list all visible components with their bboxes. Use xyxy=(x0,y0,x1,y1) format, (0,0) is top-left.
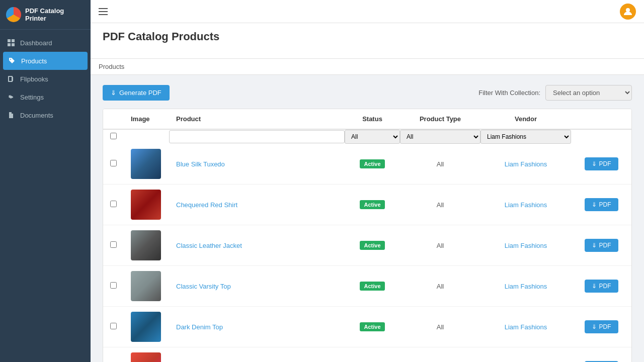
pdf-download-icon: ⇓ xyxy=(592,323,597,330)
product-filter-input[interactable] xyxy=(169,130,345,143)
table-row: Chequered Red Shirt Active All Liam Fash… xyxy=(103,185,631,225)
pdf-download-button[interactable]: ⇓ PDF xyxy=(585,280,618,293)
sidebar-item-documents[interactable]: Documents xyxy=(0,106,91,124)
filter-type-cell: All xyxy=(400,129,480,144)
row-product-cell: Chequered Red Shirt xyxy=(169,185,345,225)
topbar-left xyxy=(99,8,108,15)
row-status-cell: Active xyxy=(345,144,400,185)
product-name-link[interactable]: Classic Varsity Top xyxy=(176,283,231,290)
table-row: Floral White Top Active All Liam Fashion… xyxy=(103,347,631,363)
download-icon: ⇓ xyxy=(111,89,116,97)
row-vendor-cell: Liam Fashions xyxy=(480,144,571,185)
status-badge: Active xyxy=(360,322,384,331)
status-badge: Active xyxy=(360,159,384,168)
book-icon xyxy=(7,75,15,83)
status-filter-select[interactable]: All Active Draft xyxy=(345,130,400,144)
table-filter-row: All Active Draft All Lia xyxy=(103,129,631,144)
vendor-link[interactable]: Liam Fashions xyxy=(505,283,547,290)
pdf-btn-label: PDF xyxy=(599,323,611,330)
row-checkbox[interactable] xyxy=(110,160,117,166)
table-row: Classic Varsity Top Active All Liam Fash… xyxy=(103,266,631,307)
filter-vendor-cell: Liam Fashions xyxy=(480,129,571,144)
product-image xyxy=(131,271,161,301)
svg-rect-0 xyxy=(8,39,11,42)
product-name-link[interactable]: Dark Denim Top xyxy=(176,323,223,331)
app-logo-icon xyxy=(6,7,21,22)
row-vendor-cell: Liam Fashions xyxy=(480,225,571,266)
menu-toggle-button[interactable] xyxy=(99,8,108,15)
row-status-cell: Active xyxy=(345,185,400,225)
row-checkbox[interactable] xyxy=(110,282,117,289)
row-checkbox-cell xyxy=(103,185,124,225)
page-header: PDF Catalog Products xyxy=(91,23,644,59)
pdf-download-icon: ⇓ xyxy=(592,201,597,208)
pdf-download-button[interactable]: ⇓ PDF xyxy=(585,198,618,211)
vendor-link[interactable]: Liam Fashions xyxy=(505,323,547,331)
product-name-link[interactable]: Chequered Red Shirt xyxy=(176,201,237,209)
sidebar-nav: Dashboard Products Flipbooks Settings Do… xyxy=(0,30,91,128)
collection-filter-select[interactable]: Select an optionLiam FashionsSummer Coll… xyxy=(545,85,632,101)
select-all-checkbox[interactable] xyxy=(110,133,117,139)
pdf-download-button[interactable]: ⇓ PDF xyxy=(585,239,618,252)
product-name-link[interactable]: Classic Leather Jacket xyxy=(176,242,242,249)
sidebar-item-flipbooks[interactable]: Flipbooks xyxy=(0,70,91,88)
row-type-cell: All xyxy=(400,225,480,266)
row-status-cell: Active xyxy=(345,307,400,347)
filter-product-cell xyxy=(169,129,345,144)
sidebar-item-dashboard[interactable]: Dashboard xyxy=(0,34,91,52)
sidebar-item-documents-label: Documents xyxy=(20,112,53,119)
row-checkbox[interactable] xyxy=(110,201,117,207)
row-checkbox-cell xyxy=(103,266,124,307)
row-type-cell: All xyxy=(400,144,480,185)
file-icon xyxy=(7,111,15,119)
products-table-container: Image Product Status Product Type Vendor xyxy=(103,109,632,362)
vendor-filter-select[interactable]: Liam Fashions xyxy=(480,130,571,144)
breadcrumb: Products xyxy=(91,59,644,75)
row-action-cell: ⇓ PDF xyxy=(571,347,631,363)
product-name-link[interactable]: Blue Silk Tuxedo xyxy=(176,160,225,168)
row-vendor-cell: Liam Fashions xyxy=(480,185,571,225)
row-status-cell: Active xyxy=(345,347,400,363)
sidebar-item-dashboard-label: Dashboard xyxy=(20,39,52,47)
products-table: Image Product Status Product Type Vendor xyxy=(103,109,631,362)
row-image-cell xyxy=(124,185,169,225)
row-checkbox-cell xyxy=(103,225,124,266)
generate-pdf-button[interactable]: ⇓ Generate PDF xyxy=(103,85,170,101)
svg-point-4 xyxy=(626,8,630,12)
row-status-cell: Active xyxy=(345,266,400,307)
table-row: Dark Denim Top Active All Liam Fashions … xyxy=(103,307,631,347)
filter-area: Filter With Collection: Select an option… xyxy=(478,85,632,101)
table-header-row: Image Product Status Product Type Vendor xyxy=(103,109,631,129)
vendor-link[interactable]: Liam Fashions xyxy=(505,242,547,249)
table-row: Classic Leather Jacket Active All Liam F… xyxy=(103,225,631,266)
status-badge: Active xyxy=(360,282,384,291)
row-type-cell: All xyxy=(400,185,480,225)
table-row: Blue Silk Tuxedo Active All Liam Fashion… xyxy=(103,144,631,185)
svg-rect-2 xyxy=(8,43,11,46)
sidebar: PDF Catalog Printer Dashboard Products F… xyxy=(0,0,91,362)
generate-pdf-label: Generate PDF xyxy=(119,89,162,97)
type-filter-select[interactable]: All xyxy=(400,130,480,144)
pdf-btn-label: PDF xyxy=(599,201,611,208)
row-type-cell: All xyxy=(400,347,480,363)
pdf-download-button[interactable]: ⇓ PDF xyxy=(585,320,618,333)
pdf-btn-label: PDF xyxy=(599,242,611,249)
row-type-cell: All xyxy=(400,266,480,307)
vendor-link[interactable]: Liam Fashions xyxy=(505,160,547,168)
row-action-cell: ⇓ PDF xyxy=(571,225,631,266)
sidebar-item-products[interactable]: Products xyxy=(3,52,88,70)
sidebar-item-settings[interactable]: Settings xyxy=(0,88,91,106)
product-image xyxy=(131,190,161,220)
vendor-link[interactable]: Liam Fashions xyxy=(505,201,547,209)
pdf-download-button[interactable]: ⇓ PDF xyxy=(585,157,618,170)
header-action xyxy=(571,109,631,129)
header-status: Status xyxy=(345,109,400,129)
row-checkbox[interactable] xyxy=(110,323,117,329)
header-product: Product xyxy=(169,109,345,129)
header-vendor: Vendor xyxy=(480,109,571,129)
main-content: PDF Catalog Products Products ⇓ Generate… xyxy=(91,0,644,362)
row-vendor-cell: Liam Fashions xyxy=(480,307,571,347)
filter-status-cell: All Active Draft xyxy=(345,129,400,144)
row-checkbox[interactable] xyxy=(110,241,117,248)
row-image-cell xyxy=(124,307,169,347)
